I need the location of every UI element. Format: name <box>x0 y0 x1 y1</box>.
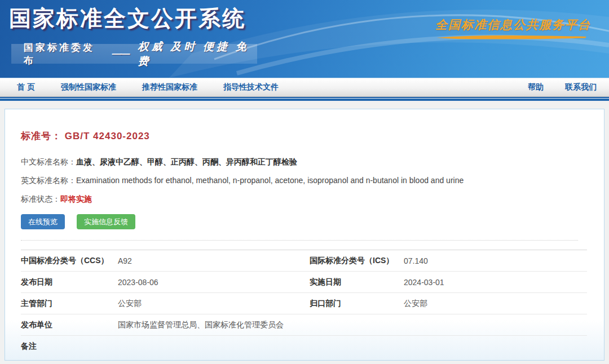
table-row: 主管部门 公安部 归口部门 公安部 <box>21 292 587 314</box>
status-badge: 即将实施 <box>60 194 92 205</box>
publish-date-label: 发布日期 <box>21 277 118 287</box>
ccs-label: 中国标准分类号（CCS） <box>21 256 118 266</box>
dash-decoration: —— <box>112 48 129 60</box>
competent-dept-label: 主管部门 <box>21 299 118 309</box>
table-row: 发布日期 2023-08-06 实施日期 2024-03-01 <box>21 271 587 292</box>
main-navigation: 首 页 强制性国家标准 推荐性国家标准 指导性技术文件 帮助 联系我们 <box>0 78 609 96</box>
remarks-label: 备注 <box>21 341 118 352</box>
centralized-dept-label: 归口部门 <box>310 299 404 309</box>
brush-underline-decoration <box>435 34 588 40</box>
competent-dept-value: 公安部 <box>118 299 310 309</box>
implementation-feedback-button[interactable]: 实施信息反馈 <box>77 214 135 229</box>
dotted-divider <box>21 240 578 241</box>
implement-date-label: 实施日期 <box>310 277 404 287</box>
english-name-value: Examination methods for ethanol, methano… <box>76 176 464 185</box>
platform-logo[interactable]: 全国标准信息公共服务平台 <box>435 17 591 40</box>
status-label: 标准状态： <box>21 194 60 205</box>
site-header: 国家标准全文公开系统 国家标准委发布 —— 权威 及时 便捷 免费 全国标准信息… <box>0 0 609 78</box>
ics-label: 国际标准分类号（ICS） <box>310 256 404 266</box>
chinese-name-value: 血液、尿液中乙醇、甲醇、正丙醇、丙酮、异丙醇和正丁醇检验 <box>76 157 297 167</box>
table-row: 发布单位 国家市场监督管理总局、国家标准化管理委员会 <box>21 314 587 335</box>
nav-item-mandatory-standards[interactable]: 强制性国家标准 <box>61 82 116 92</box>
chinese-name-label: 中文标准名称： <box>21 157 76 167</box>
ics-value: 07.140 <box>404 256 587 265</box>
publisher-text: 国家标准委发布 <box>24 41 103 67</box>
nav-item-home[interactable]: 首 页 <box>17 82 35 92</box>
header-sub-banner: 国家标准委发布 —— 权威 及时 便捷 免费 <box>11 44 257 64</box>
issuing-unit-label: 发布单位 <box>21 320 118 330</box>
standard-detail-card: 标准号： GB/T 42430-2023 中文标准名称： 血液、尿液中乙醇、甲醇… <box>5 109 604 361</box>
action-buttons: 在线预览 实施信息反馈 <box>21 214 604 229</box>
nav-item-help[interactable]: 帮助 <box>528 82 544 92</box>
english-name-label: 英文标准名称： <box>21 176 76 186</box>
table-row: 备注 <box>21 335 587 357</box>
status-line: 标准状态： 即将实施 <box>21 194 604 205</box>
standard-number-label: 标准号： <box>21 131 61 141</box>
online-preview-button[interactable]: 在线预览 <box>21 214 65 229</box>
details-table: 中国标准分类号（CCS） A92 国际标准分类号（ICS） 07.140 发布日… <box>5 250 604 357</box>
platform-name: 全国标准信息公共服务平台 <box>435 17 591 33</box>
nav-item-recommended-standards[interactable]: 推荐性国家标准 <box>142 82 197 92</box>
standard-number-value: GB/T 42430-2023 <box>65 131 150 141</box>
english-name-line: 英文标准名称： Examination methods for ethanol,… <box>21 176 604 186</box>
chinese-name-line: 中文标准名称： 血液、尿液中乙醇、甲醇、正丙醇、丙酮、异丙醇和正丁醇检验 <box>21 157 604 167</box>
issuing-unit-value: 国家市场监督管理总局、国家标准化管理委员会 <box>118 320 310 330</box>
ccs-value: A92 <box>118 256 310 265</box>
implement-date-value: 2024-03-01 <box>404 278 587 287</box>
table-row: 中国标准分类号（CCS） A92 国际标准分类号（ICS） 07.140 <box>21 250 587 271</box>
publish-date-value: 2023-08-06 <box>118 278 310 287</box>
centralized-dept-value: 公安部 <box>404 299 587 309</box>
slogan-text: 权威 及时 便捷 免费 <box>138 39 257 69</box>
nav-left-group: 首 页 强制性国家标准 推荐性国家标准 指导性技术文件 <box>17 82 279 92</box>
nav-underline-divider <box>0 96 609 101</box>
standard-number-heading: 标准号： GB/T 42430-2023 <box>21 130 604 143</box>
nav-item-guiding-documents[interactable]: 指导性技术文件 <box>223 82 279 92</box>
site-title[interactable]: 国家标准全文公开系统 <box>9 3 246 34</box>
nav-item-contact-us[interactable]: 联系我们 <box>565 82 597 92</box>
nav-right-group: 帮助 联系我们 <box>528 82 599 92</box>
